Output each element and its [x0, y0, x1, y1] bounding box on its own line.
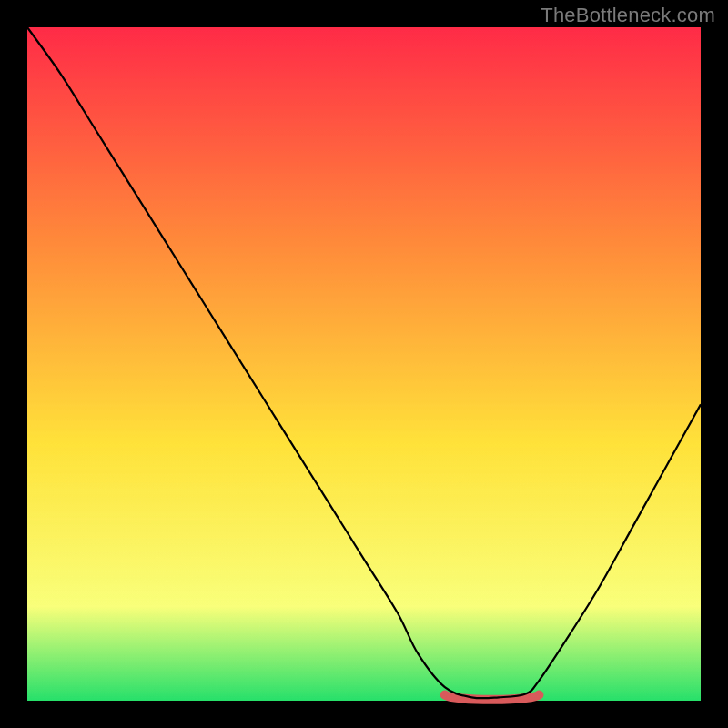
chart-curve	[27, 27, 701, 701]
bottleneck-curve-line	[27, 27, 701, 698]
watermark-text: TheBottleneck.com	[541, 4, 715, 27]
chart-plot-area	[27, 27, 701, 701]
